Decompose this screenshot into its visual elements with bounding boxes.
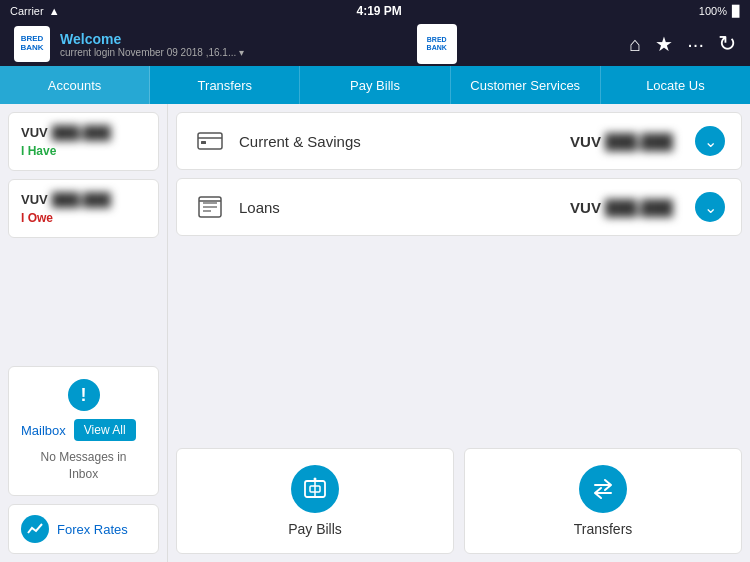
- sidebar-spacer: [0, 238, 167, 358]
- savings-icon: [193, 124, 227, 158]
- i-have-amount: ███,███: [52, 125, 111, 140]
- svg-point-11: [314, 478, 317, 481]
- current-savings-expand[interactable]: ⌄: [695, 126, 725, 156]
- brand-logo-center: BREDBANK: [417, 24, 457, 64]
- mailbox-row: Mailbox View All: [21, 419, 146, 441]
- loans-icon: [193, 190, 227, 224]
- mailbox-card: ! Mailbox View All No Messages inInbox: [8, 366, 159, 496]
- wifi-icon: ▲: [49, 5, 60, 17]
- brand-logo-left: BREDBANK: [14, 26, 50, 62]
- refresh-icon[interactable]: ↻: [718, 31, 736, 57]
- header: BREDBANK Welcome current login November …: [0, 22, 750, 66]
- nav-transfers[interactable]: Transfers: [150, 66, 300, 104]
- status-bar-time: 4:19 PM: [357, 4, 402, 18]
- login-text: current login November 09 2018 ,16.1... …: [60, 47, 244, 58]
- i-have-label: I Have: [21, 144, 146, 158]
- mailbox-label: Mailbox: [21, 423, 66, 438]
- main-content: VUV ███,███ I Have VUV ███,███ I Owe ! M…: [0, 104, 750, 562]
- transfers-action-label: Transfers: [574, 521, 633, 537]
- battery-icon: ▉: [732, 5, 740, 18]
- carrier-label: Carrier: [10, 5, 44, 17]
- i-owe-account-name: VUV: [21, 192, 48, 207]
- loans-expand[interactable]: ⌄: [695, 192, 725, 222]
- current-savings-label: Current & Savings: [239, 133, 558, 150]
- alert-icon: !: [68, 379, 100, 411]
- i-have-account-name: VUV: [21, 125, 48, 140]
- no-messages-text: No Messages inInbox: [21, 449, 146, 483]
- transfers-quickaction[interactable]: Transfers: [464, 448, 742, 554]
- status-bar-left: Carrier ▲: [10, 5, 60, 17]
- pay-bills-quickaction[interactable]: Pay Bills: [176, 448, 454, 554]
- header-welcome: Welcome current login November 09 2018 ,…: [60, 31, 244, 58]
- loans-label: Loans: [239, 199, 558, 216]
- i-owe-amount: ███,███: [52, 192, 111, 207]
- dropdown-icon[interactable]: ▾: [239, 47, 244, 58]
- content-area: Current & Savings VUV ███,███ ⌄ Loans VU…: [168, 104, 750, 562]
- sidebar: VUV ███,███ I Have VUV ███,███ I Owe ! M…: [0, 104, 168, 562]
- loans-row[interactable]: Loans VUV ███,███ ⌄: [176, 178, 742, 236]
- forex-label: Forex Rates: [57, 522, 128, 537]
- transfers-icon: [579, 465, 627, 513]
- pay-bills-icon: [291, 465, 339, 513]
- nav-pay-bills[interactable]: Pay Bills: [300, 66, 450, 104]
- header-left: BREDBANK Welcome current login November …: [14, 26, 244, 62]
- battery-label: 100%: [699, 5, 727, 17]
- pay-bills-action-label: Pay Bills: [288, 521, 342, 537]
- i-owe-label: I Owe: [21, 211, 146, 225]
- more-icon[interactable]: ···: [687, 33, 704, 56]
- forex-card[interactable]: Forex Rates: [8, 504, 159, 554]
- nav-customer-services[interactable]: Customer Services: [451, 66, 601, 104]
- home-icon[interactable]: ⌂: [629, 33, 641, 56]
- nav-accounts[interactable]: Accounts: [0, 66, 150, 104]
- status-bar-right: 100% ▉: [699, 5, 740, 18]
- current-savings-row[interactable]: Current & Savings VUV ███,███ ⌄: [176, 112, 742, 170]
- view-all-button[interactable]: View All: [74, 419, 136, 441]
- welcome-text: Welcome: [60, 31, 244, 47]
- star-icon[interactable]: ★: [655, 32, 673, 56]
- header-actions: ⌂ ★ ··· ↻: [629, 31, 736, 57]
- loans-amount: VUV ███,███: [570, 199, 673, 216]
- nav-locate-us[interactable]: Locate Us: [601, 66, 750, 104]
- nav-bar: Accounts Transfers Pay Bills Customer Se…: [0, 66, 750, 104]
- i-have-card: VUV ███,███ I Have: [8, 112, 159, 171]
- quick-actions: Pay Bills Transfers: [176, 448, 742, 554]
- current-savings-amount: VUV ███,███: [570, 133, 673, 150]
- i-owe-card: VUV ███,███ I Owe: [8, 179, 159, 238]
- content-spacer: [176, 244, 742, 440]
- svg-rect-2: [201, 141, 206, 144]
- forex-icon: [21, 515, 49, 543]
- status-bar: Carrier ▲ 4:19 PM 100% ▉: [0, 0, 750, 22]
